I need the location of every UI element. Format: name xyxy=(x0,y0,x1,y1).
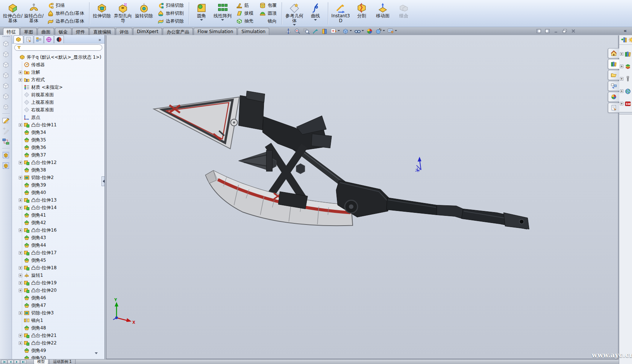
document-tab[interactable]: 模型 xyxy=(33,359,48,364)
tree-item[interactable]: 切除-拉伸2 xyxy=(19,174,105,181)
task-pane-toolbar-icon[interactable] xyxy=(628,36,632,43)
design-library-item[interactable] xyxy=(620,60,632,73)
tree-item[interactable]: 凸台-拉伸16 xyxy=(19,226,105,234)
tree-item[interactable]: 倒角36 xyxy=(19,144,105,151)
toolbar-grip[interactable] xyxy=(3,36,9,37)
tree-item[interactable]: 凸台-拉伸20 xyxy=(19,287,105,294)
expand-toggle-icon[interactable] xyxy=(19,71,22,74)
tree-item[interactable]: 倒角39 xyxy=(19,181,105,189)
feature-filter-input[interactable] xyxy=(22,45,100,50)
left-toolbar-button[interactable] xyxy=(1,91,11,102)
expand-toggle-icon[interactable] xyxy=(620,89,623,93)
expand-toggle-icon[interactable] xyxy=(19,281,22,285)
tree-item[interactable]: 倒角44 xyxy=(19,241,105,249)
ribbon-small-button[interactable]: 放样凸台/基体 xyxy=(46,10,86,17)
ribbon-small-button[interactable]: 包覆 xyxy=(258,2,278,9)
view-toolbar-button[interactable] xyxy=(320,27,329,35)
tree-item[interactable]: 凸台-拉伸11 xyxy=(19,121,105,129)
left-toolbar-button[interactable] xyxy=(1,112,11,115)
ribbon-large-button[interactable]: 参考几何体 xyxy=(284,1,305,26)
task-pane-tab[interactable] xyxy=(608,59,619,69)
design-library-item[interactable] xyxy=(620,48,632,60)
task-pane-splitter[interactable] xyxy=(619,112,632,114)
expand-toggle-icon[interactable] xyxy=(19,206,22,209)
expand-toggle-icon[interactable] xyxy=(620,77,623,80)
view-toolbar-button[interactable] xyxy=(341,27,353,35)
graphics-viewport[interactable]: Y X xyxy=(106,35,618,359)
tree-item[interactable]: 材质 <未指定> xyxy=(19,83,105,91)
command-tab[interactable]: Flow Simulation xyxy=(194,28,237,35)
view-toolbar-button[interactable] xyxy=(284,27,293,35)
dropdown-arrow-icon[interactable] xyxy=(338,30,340,32)
expand-toggle-icon[interactable] xyxy=(19,334,22,337)
tree-item[interactable]: 倒角35 xyxy=(19,136,105,144)
view-toolbar-button[interactable] xyxy=(311,27,320,35)
left-toolbar-button[interactable] xyxy=(1,102,11,112)
view-toolbar-button[interactable] xyxy=(374,27,386,35)
tree-item[interactable]: 凸台-拉伸19 xyxy=(19,279,105,287)
tree-item[interactable]: 原点 xyxy=(19,114,105,121)
left-toolbar-button[interactable] xyxy=(1,59,11,70)
window-control-button[interactable] xyxy=(561,28,568,34)
tree-item[interactable]: 凸台-拉伸22 xyxy=(19,339,105,347)
tree-item[interactable]: 注解 xyxy=(19,68,105,76)
task-pane-tab[interactable] xyxy=(608,81,619,91)
expand-toggle-icon[interactable] xyxy=(19,341,22,345)
tree-item[interactable]: 上视基准面 xyxy=(19,99,105,106)
tree-item[interactable]: 倒角47 xyxy=(19,302,105,309)
tree-item[interactable]: 倒角42 xyxy=(19,219,105,226)
ribbon-large-button[interactable]: 移动面 xyxy=(372,1,393,26)
left-toolbar-button[interactable] xyxy=(1,70,11,80)
expand-toggle-icon[interactable] xyxy=(19,289,22,292)
left-toolbar-button[interactable] xyxy=(1,160,11,171)
view-toolbar-button[interactable] xyxy=(386,27,398,35)
feature-manager-tab[interactable] xyxy=(24,35,33,43)
expand-toggle-icon[interactable] xyxy=(620,52,623,56)
ribbon-small-button[interactable]: 抽壳 xyxy=(235,18,255,25)
tree-item[interactable]: 倒角46 xyxy=(19,294,105,302)
task-pane-tab[interactable] xyxy=(608,70,619,80)
command-tab[interactable]: 办公室产品 xyxy=(163,28,193,35)
window-control-button[interactable] xyxy=(544,28,551,34)
feature-manager-overflow-button[interactable]: » xyxy=(97,36,103,43)
view-toolbar-button[interactable] xyxy=(353,27,365,35)
tree-item[interactable]: 倒角41 xyxy=(19,211,105,219)
left-toolbar-button[interactable] xyxy=(1,80,11,91)
tree-item[interactable]: 倒角40 xyxy=(19,189,105,196)
design-library-item[interactable] xyxy=(620,73,632,85)
expand-toggle-icon[interactable] xyxy=(620,102,623,105)
left-toolbar-button[interactable] xyxy=(1,150,11,160)
dropdown-arrow-icon[interactable] xyxy=(362,30,364,32)
task-pane-tab[interactable] xyxy=(608,92,619,102)
tree-item[interactable]: 倒角49 xyxy=(19,347,105,354)
task-pane-tab[interactable] xyxy=(608,48,619,58)
ribbon-small-button[interactable]: 边界凸台/基体 xyxy=(46,18,86,25)
command-tab[interactable]: 特征 xyxy=(3,28,20,35)
tree-item[interactable]: 斧子q (默认<<默认>_显示状态 1>) xyxy=(14,53,105,61)
tree-item[interactable]: 凸台-拉伸17 xyxy=(19,249,105,256)
feature-manager-tab[interactable] xyxy=(14,35,23,43)
dropdown-arrow-icon[interactable] xyxy=(350,30,352,32)
command-tab[interactable]: 评估 xyxy=(116,28,132,35)
tree-item[interactable]: 右视基准面 xyxy=(19,106,105,114)
ribbon-small-button[interactable]: 筋 xyxy=(235,2,255,9)
tree-item[interactable]: 倒角37 xyxy=(19,151,105,159)
tree-item[interactable]: 传感器 xyxy=(19,61,105,68)
view-toolbar-button[interactable] xyxy=(329,27,341,35)
tree-item[interactable]: 倒角45 xyxy=(19,256,105,264)
panel-collapse-button[interactable] xyxy=(102,176,105,186)
ribbon-large-button[interactable]: 圆角 xyxy=(191,1,212,26)
feature-manager-tab[interactable] xyxy=(34,35,44,43)
command-tab[interactable]: 直接编辑 xyxy=(89,28,115,35)
ribbon-small-button[interactable]: 扫描 xyxy=(46,2,86,9)
expand-toggle-icon[interactable] xyxy=(19,161,22,164)
dropdown-arrow-icon[interactable] xyxy=(383,30,385,32)
tree-item[interactable]: 凸台-拉伸21 xyxy=(19,332,105,339)
expand-toggle-icon[interactable] xyxy=(19,274,22,277)
command-tab[interactable]: 曲面 xyxy=(38,28,54,35)
ribbon-large-button[interactable]: 异型孔向导 xyxy=(112,1,133,26)
ribbon-large-button[interactable]: Instant3D xyxy=(330,1,351,26)
tree-item[interactable]: 倒角48 xyxy=(19,324,105,332)
tree-item[interactable]: 旋转1 xyxy=(19,271,105,279)
tab-nav-button[interactable] xyxy=(14,360,20,364)
